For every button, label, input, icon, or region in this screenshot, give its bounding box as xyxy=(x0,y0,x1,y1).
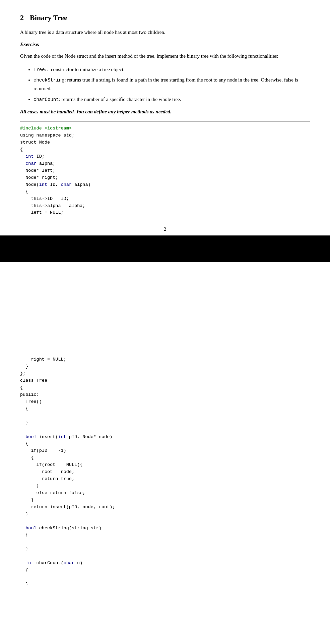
page-top-section: 2 Binary Tree A binary tree is a data st… xyxy=(0,0,330,122)
section-number: 2 xyxy=(20,13,24,22)
bold-note: All cases must be handled. You can defin… xyxy=(20,109,310,115)
section-header: 2 Binary Tree xyxy=(20,13,310,22)
term-tree: Tree xyxy=(34,67,45,72)
term-checkstring: checkString xyxy=(34,77,64,83)
code-top-pre: #include <iostream> using namespace std;… xyxy=(20,125,310,216)
section-title: Binary Tree xyxy=(30,13,67,22)
list-item-tree: Tree: a constructor to initialize a tree… xyxy=(34,65,310,74)
black-bar xyxy=(0,235,330,262)
term-tree-desc: : a constructor to initialize a tree obj… xyxy=(45,67,125,72)
instructions-text: Given the code of the Node struct and th… xyxy=(20,52,310,61)
term-checkstring-desc: : returns true if a string is found in a… xyxy=(34,77,298,91)
page-number-area: 2 xyxy=(0,216,330,235)
bullet-list: Tree: a constructor to initialize a tree… xyxy=(20,65,310,104)
term-charcount-desc: : returns the number of a specific chara… xyxy=(59,97,181,102)
code-section-top: #include <iostream> using namespace std;… xyxy=(0,122,330,216)
code-section-bottom: right = NULL; } }; class Tree { public: … xyxy=(0,356,330,601)
term-charcount: charCount xyxy=(34,97,59,102)
list-item-checkstring: checkString: returns true if a string is… xyxy=(34,76,310,93)
list-item-charcount: charCount: returns the number of a speci… xyxy=(34,95,310,104)
page-number: 2 xyxy=(164,226,167,232)
code-bottom-pre: right = NULL; } }; class Tree { public: … xyxy=(20,356,310,588)
exercise-label: Exercise: xyxy=(20,42,310,47)
spacer-top xyxy=(0,262,330,356)
description-text: A binary tree is a data structure where … xyxy=(20,28,310,36)
